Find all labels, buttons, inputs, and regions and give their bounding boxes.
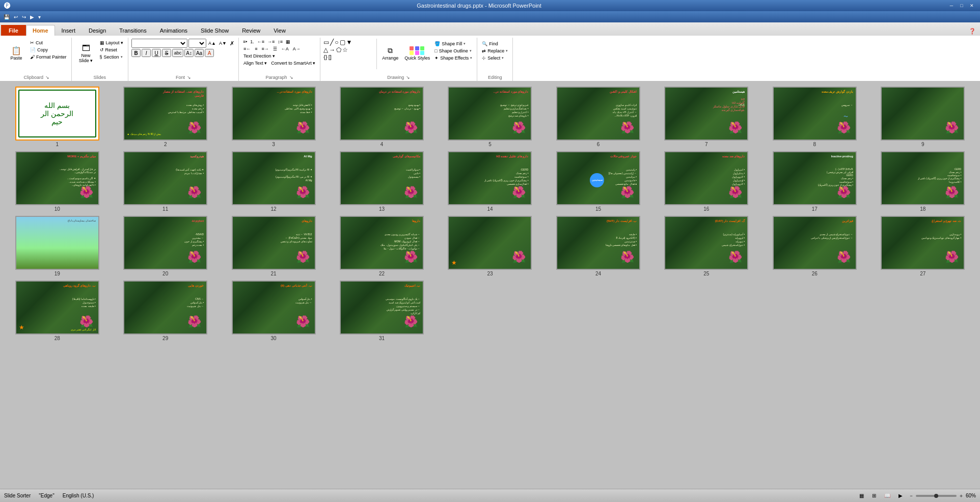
slide-thumbnail[interactable]: جواز عمروتقی‌حالات • رانیتیدین← [رانیتید… [556, 151, 640, 205]
slide-thumbnail[interactable]: GERD:• زخم معدک• سوءهاضمه• پیشگیری از خو… [881, 151, 965, 205]
slide-thumbnail[interactable]: H pylori- NSAID-← بیشترین• پیشگیری از خو… [123, 216, 207, 270]
numbering-btn[interactable]: 1. [249, 39, 255, 45]
slide-thumbnail[interactable]: ب. افزایست دار (5HT) • طبقه• (/الکترود (… [556, 216, 640, 270]
zoom-out-btn[interactable]: － [909, 492, 914, 499]
arrange-button[interactable]: ⧉ Arrange [379, 39, 401, 68]
paragraph-expand-icon[interactable]: ↘ [289, 75, 293, 80]
decrease-indent-btn[interactable]: ←≡ [256, 39, 265, 45]
bullets-btn[interactable]: ≡• [242, 39, 248, 45]
slide-thumbnail[interactable]: داروهای مورد استفاده در... • کاهش قابل ت… [232, 87, 316, 141]
align-text-btn[interactable]: Align Text ▾ [242, 60, 268, 66]
align-left-btn[interactable]: ≡← [242, 46, 252, 52]
find-button[interactable]: 🔍 Find [480, 41, 509, 47]
tab-review[interactable]: Review [235, 25, 267, 36]
slide-item[interactable]: داروهای مورد استفاده در... • کاهش قابل ت… [222, 87, 325, 147]
font-size-increase-btn[interactable]: A▲ [207, 40, 217, 46]
slide-thumbnail[interactable]: میلی مگنزیم + MORE در فاز کمتر از... افز… [15, 151, 99, 205]
font-size-decrease-btn[interactable]: A▼ [218, 40, 228, 46]
line-shape[interactable]: ╱ [330, 39, 334, 46]
slide-item[interactable]: دارو های تقلیل دهنده H2 GERD:• زخم معدک•… [438, 151, 542, 212]
ltr-btn[interactable]: A→ [291, 46, 302, 52]
strikethrough-btn[interactable]: S [162, 49, 171, 57]
slide-thumbnail[interactable]: ب. آنتی جذباتی دهی (II) • بتل آسواس← بتل… [232, 281, 316, 334]
slide-thumbnail[interactable]: ت. ضد تهوع و استفراغ • پرومتازین• مهار گ… [881, 216, 965, 270]
quick-styles-button[interactable]: Quick Styles [402, 39, 432, 68]
slide-thumbnail[interactable]: هیستامین H2گلولده H2قابل سازی سلول ماسکز… [664, 87, 748, 141]
help-btn[interactable]: ❓ [966, 27, 979, 36]
replace-button[interactable]: ⇄ Replace ▾ [480, 48, 509, 54]
slide-item[interactable]: هیستامین H2گلولده H2قابل سازی سلول ماسکز… [655, 87, 758, 147]
slide-thumbnail[interactable]: داروها ← شبانه گلیسرین و رونیون معدی← فع… [340, 216, 424, 270]
font-color-btn[interactable]: A [205, 49, 214, 57]
slide-item[interactable]: داروهای ضد... استفاده از معمارفارسی • رو… [113, 87, 217, 147]
slide-thumbnail[interactable]: هیدروکسید ✦ نکته (جهت آنتی اسیدها)• مشار… [123, 151, 207, 205]
format-painter-button[interactable]: 🖌 Format Painter [29, 54, 68, 60]
cut-button[interactable]: ✂ Cut [29, 40, 68, 46]
slide-item[interactable]: داروها ← شبانه گلیسرین و رونیون معدی← فع… [330, 216, 433, 276]
slide-thumbnail[interactable]: داروهای ضد معده • امپرازول• پنتاپرازول• … [664, 151, 748, 205]
font-family-select[interactable] [131, 39, 187, 48]
tab-file[interactable]: File [1, 25, 26, 36]
slide-thumbnail[interactable]: ب. داروهای گروه روباهی • داروپستانداما (… [15, 281, 99, 334]
section-button[interactable]: § Section ▾ [98, 54, 125, 60]
align-right-btn[interactable]: ≡→ [260, 46, 270, 52]
shape-fill-button[interactable]: 🪣 Shape Fill ▾ [433, 41, 474, 47]
slide-item[interactable]: H pylori- NSAID-← بیشترین• پیشگیری از خو… [113, 216, 217, 276]
reading-view-btn[interactable]: 📖 [882, 492, 892, 499]
slide-item[interactable]: جواز عمروتقی‌حالات • رانیتیدین← [رانیتید… [546, 151, 650, 212]
slide-thumbnail[interactable]: داروهای مورد استفاده در درمان • بهبود وض… [340, 87, 424, 141]
normal-view-btn[interactable]: ▦ [857, 492, 866, 499]
bold-btn[interactable]: B [131, 49, 141, 57]
slide-item[interactable]: Inactive prodrug ATP 2nH+/K+(←)افزایی (د… [763, 151, 866, 212]
align-center-btn[interactable]: ≡ [253, 46, 259, 52]
play-qa-btn[interactable]: ▶ [29, 14, 36, 20]
text-direction-btn[interactable]: Text Direction ▾ [242, 53, 277, 59]
tab-transitions[interactable]: Transitions [113, 25, 153, 36]
tab-slideshow[interactable]: Slide Show [194, 25, 235, 36]
italic-btn[interactable]: I [142, 49, 151, 57]
arrow-shape[interactable]: → [329, 46, 335, 53]
slide-item[interactable]: ت. ضد تهوع و استفراغ • پرومتازین• مهار گ… [871, 216, 975, 276]
increase-indent-btn[interactable]: →≡ [266, 39, 276, 45]
customize-qa-btn[interactable]: ▾ [37, 14, 42, 20]
slide-panel[interactable]: بسم الله الرحمن الرحیم 1 داروهای ضد... ا… [0, 81, 980, 489]
slide-sorter-btn[interactable]: ⊞ [870, 492, 878, 499]
convert-smartart-btn[interactable]: Convert to SmartArt ▾ [269, 60, 317, 66]
zoom-slider[interactable] [916, 495, 957, 497]
slide-item[interactable]: داروهای مورد استفاده در درمان • بهبود وض… [330, 87, 433, 147]
redo-qa-btn[interactable]: ↪ [20, 14, 28, 20]
slide-item[interactable]: ساختمان بیمارستان با باغ 19 [5, 216, 109, 276]
slide-item[interactable]: ب. آنتی جذباتی دهی (II) • بتل آسواس← بتل… [222, 281, 325, 341]
slide-thumbnail[interactable]: خوردن هایی ← CNS• بتل آسواس← بتل هیپوتیت… [123, 281, 207, 334]
slide-item[interactable]: داروهای Vit B12 ← تتنهمواد معدنی (FeCaZn… [222, 216, 325, 276]
slide-thumbnail[interactable]: بسم الله الرحمن الرحیم [15, 87, 99, 141]
slide-item[interactable]: گ. افزایست دار (DAT) • آمیلوپراید (سنتزی… [655, 216, 758, 276]
slide-thumbnail[interactable]: 🌺 [881, 87, 965, 141]
slide-thumbnail[interactable]: ب. انتیبوتیک ← یک داروی آنتاگونیست موسین… [340, 281, 424, 334]
char-space-btn[interactable]: A↕ [184, 49, 194, 57]
slide-thumbnail[interactable]: ★ 🌺 [448, 216, 532, 270]
underline-btn[interactable]: U [152, 49, 161, 57]
star-shape[interactable]: ☆ [342, 46, 348, 53]
line-spacing-btn[interactable]: ↕≡ [277, 39, 284, 45]
slide-item[interactable]: ب. داروهای گروه روباهی • داروپستانداما (… [5, 281, 109, 341]
slide-item[interactable]: خوردن هایی ← CNS• بتل آسواس← بتل هیپوتیت… [113, 281, 217, 341]
cols-btn[interactable]: ▦ [285, 39, 291, 45]
clipboard-expand-icon[interactable]: ↘ [45, 75, 49, 80]
slide-item[interactable]: داروهای ضد معده • امپرازول• پنتاپرازول• … [655, 151, 758, 212]
tab-home[interactable]: Home [26, 25, 55, 36]
slide-thumbnail[interactable]: داروهای مورد استفاده در... فیزیولوژی ترش… [448, 87, 532, 141]
shape-outline-button[interactable]: □ Shape Outline ▾ [433, 48, 474, 54]
bracket-shape[interactable]: [] [329, 54, 332, 60]
slide-thumbnail[interactable]: داروهای ضد... استفاده از معمارفارسی • رو… [123, 87, 207, 141]
slide-thumbnail[interactable]: مکانیسم‌های گوارشی • سوکرالفیت• دانبی• ب… [340, 151, 424, 205]
slide-thumbnail[interactable]: گ. افزایست دار (DAT) • آمیلوپراید (سنتزی… [664, 216, 748, 270]
slide-thumbnail[interactable]: داروهای Vit B12 ← تتنهمواد معدنی (FeCaZn… [232, 216, 316, 270]
select-button[interactable]: ⊹ Select ▾ [480, 55, 509, 61]
maximize-btn[interactable]: □ [958, 2, 966, 9]
tab-view[interactable]: View [267, 25, 292, 36]
tab-insert[interactable]: Insert [55, 25, 83, 36]
copy-button[interactable]: 📄 Copy [29, 47, 68, 53]
paste-button[interactable]: 📋 Paste [5, 39, 28, 68]
zoom-in-btn[interactable]: ＋ [959, 492, 964, 499]
